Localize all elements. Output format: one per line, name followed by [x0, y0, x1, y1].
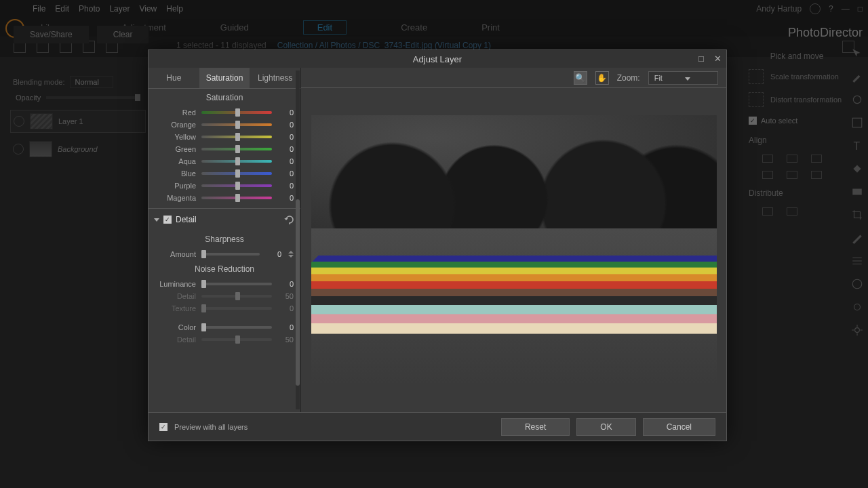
slider-value[interactable]: 0 — [277, 121, 294, 129]
wand-icon[interactable] — [851, 232, 863, 244]
saturation-orange-slider[interactable] — [201, 123, 272, 126]
saturation-magenta-slider[interactable] — [201, 197, 272, 199]
tab-saturation[interactable]: Saturation — [199, 68, 250, 88]
saturation-red-slider[interactable] — [201, 111, 272, 114]
rect-icon[interactable] — [851, 117, 863, 129]
sliders-icon[interactable] — [851, 255, 863, 267]
align-icon[interactable] — [787, 155, 797, 163]
link-icon[interactable] — [851, 301, 863, 313]
visibility-icon[interactable] — [13, 144, 24, 155]
slider-value[interactable]: 0 — [277, 108, 294, 117]
zoom-select[interactable]: Fit — [648, 71, 718, 85]
menu-photo[interactable]: Photo — [79, 4, 100, 14]
slider-value[interactable]: 0 — [277, 194, 294, 202]
crop-icon[interactable] — [851, 209, 863, 221]
color-value[interactable]: 0 — [277, 323, 294, 331]
amount-stepper[interactable] — [288, 251, 294, 258]
menu-file[interactable]: File — [33, 4, 45, 14]
clear-button[interactable]: Clear — [97, 26, 149, 43]
minimize-icon[interactable]: — — [842, 4, 850, 14]
menu-layer[interactable]: Layer — [109, 4, 130, 14]
menu-view[interactable]: View — [139, 4, 157, 14]
saturation-green-slider[interactable] — [201, 148, 272, 150]
detail-section-header[interactable]: ✓ Detail — [149, 208, 300, 230]
opacity-slider[interactable] — [46, 96, 140, 99]
pen-icon[interactable] — [851, 70, 863, 83]
tool-icon[interactable] — [37, 41, 49, 53]
menu-help[interactable]: Help — [166, 4, 183, 14]
pan-tool-icon[interactable]: ✋ — [595, 71, 609, 85]
mode-create[interactable]: Create — [401, 22, 427, 33]
blend-mode-select[interactable]: Normal — [70, 76, 113, 88]
saturation-orange-row: Orange0 — [149, 119, 300, 131]
color-slider[interactable] — [201, 326, 272, 329]
close-icon[interactable]: ✕ — [713, 54, 722, 64]
distort-tool[interactable]: Distort transformation — [746, 88, 848, 111]
color-label: Color — [155, 323, 196, 331]
tool-icon[interactable] — [83, 41, 95, 53]
gradient-icon[interactable] — [851, 186, 863, 198]
maximize-icon[interactable]: □ — [696, 54, 706, 64]
saturation-yellow-slider[interactable] — [201, 136, 272, 138]
filter-icon[interactable] — [842, 41, 854, 53]
saturation-purple-slider[interactable] — [201, 184, 272, 187]
slider-value[interactable]: 0 — [277, 169, 294, 178]
mode-library[interactable]: Library — [41, 22, 68, 33]
preview-all-checkbox[interactable]: ✓ — [159, 423, 167, 431]
align-icon[interactable] — [811, 171, 822, 179]
auto-select-checkbox[interactable]: ✓ — [749, 117, 757, 125]
align-icon[interactable] — [811, 155, 822, 163]
amount-slider[interactable] — [201, 253, 260, 256]
sidebar-scrollbar[interactable] — [296, 70, 300, 409]
user-avatar-icon[interactable] — [810, 3, 821, 14]
align-icon[interactable] — [787, 171, 797, 179]
layer-item[interactable]: Layer 1 — [10, 110, 146, 133]
distribute-icon[interactable] — [762, 207, 773, 216]
align-icon[interactable] — [762, 171, 773, 179]
brush-icon[interactable] — [851, 94, 863, 106]
gear-icon[interactable] — [851, 324, 863, 336]
distribute-header: Distribute — [746, 183, 848, 203]
tab-hue[interactable]: Hue — [149, 68, 199, 88]
reset-icon[interactable] — [284, 214, 295, 225]
mode-edit[interactable]: Edit — [303, 20, 347, 35]
saturation-aqua-slider[interactable] — [201, 160, 272, 163]
save-share-button[interactable]: Save/Share — [14, 26, 89, 43]
luminance-value[interactable]: 0 — [277, 280, 294, 288]
distribute-icon[interactable] — [787, 207, 797, 216]
pointer-icon[interactable] — [851, 47, 863, 60]
tool-icon[interactable] — [106, 41, 118, 53]
slider-value[interactable]: 0 — [277, 133, 294, 141]
scale-tool[interactable]: Scale transformation — [746, 65, 848, 88]
layer-thumbnail — [29, 141, 52, 157]
menu-edit[interactable]: Edit — [55, 4, 69, 14]
bucket-icon[interactable] — [851, 163, 863, 175]
main-menu[interactable]: FileEditPhotoLayerViewHelp — [33, 4, 183, 14]
layer-item[interactable]: Background — [10, 138, 146, 160]
luminance-slider[interactable] — [201, 283, 272, 285]
tool-icon[interactable] — [14, 41, 26, 53]
align-icon[interactable] — [762, 155, 773, 163]
zoom-tool-icon[interactable]: 🔍 — [574, 71, 587, 85]
cancel-button[interactable]: Cancel — [643, 418, 715, 436]
help-icon[interactable]: ? — [829, 4, 833, 14]
slider-value[interactable]: 0 — [277, 157, 294, 165]
maximize-icon[interactable]: □ — [858, 4, 863, 14]
dialog-titlebar[interactable]: Adjust Layer □ ✕ — [149, 50, 726, 68]
ok-button[interactable]: OK — [576, 418, 635, 436]
amount-value[interactable]: 0 — [265, 250, 281, 258]
preview-image[interactable] — [311, 115, 717, 385]
tab-lightness[interactable]: Lightness — [250, 68, 300, 88]
tool-icon[interactable] — [60, 41, 72, 53]
saturation-blue-slider[interactable] — [201, 172, 272, 175]
mode-adjustment[interactable]: Adjustment — [122, 22, 166, 33]
slider-value[interactable]: 0 — [277, 145, 294, 153]
text-icon[interactable]: T — [851, 140, 863, 152]
reset-button[interactable]: Reset — [501, 418, 570, 436]
mode-guided[interactable]: Guided — [220, 22, 249, 33]
clock-icon[interactable] — [851, 278, 863, 290]
visibility-icon[interactable] — [14, 116, 24, 127]
detail-checkbox[interactable]: ✓ — [163, 216, 172, 224]
slider-value[interactable]: 0 — [277, 182, 294, 190]
mode-print[interactable]: Print — [481, 22, 500, 33]
